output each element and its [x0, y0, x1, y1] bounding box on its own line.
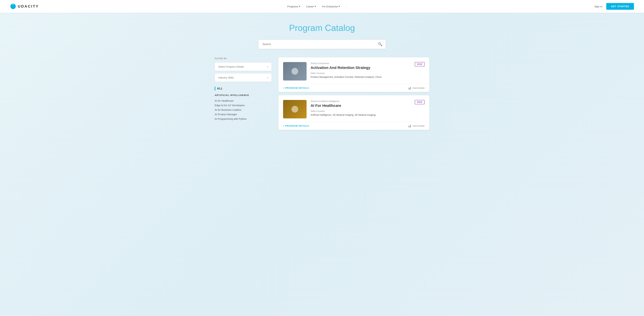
- program-card-ai-healthcare: School of Artificial Intelligence AI For…: [278, 95, 429, 130]
- level-indicator-activation: 📊 Intermediate: [408, 86, 425, 90]
- logo-text: UDACITY: [18, 4, 39, 8]
- nav-career-label: Career: [306, 5, 314, 8]
- bar-chart-icon-ai: 📊: [408, 124, 411, 128]
- card-skills-label-ai: Skills Covered: [310, 110, 411, 112]
- nav-career[interactable]: Career ▾: [306, 5, 316, 8]
- nav-enterprise[interactable]: For Enterprise ▾: [322, 5, 340, 8]
- sidebar: FILTER BY Select Program Details ▾ Indus…: [215, 57, 272, 124]
- card-top-ai: School of Artificial Intelligence AI For…: [278, 95, 429, 122]
- search-bar-wrapper: 🔍: [258, 40, 386, 49]
- level-indicator-ai: 📊 Intermediate: [408, 124, 425, 128]
- sidebar-all-item[interactable]: ALL: [215, 86, 272, 90]
- filter-by-label: FILTER BY: [215, 57, 272, 60]
- nav-links: Programs ▾ Career ▾ For Enterprise ▾: [287, 4, 346, 8]
- logo[interactable]: UDACITY: [10, 3, 39, 10]
- card-school-activation: School of Business: [310, 62, 411, 64]
- sign-in-link[interactable]: Sign In: [594, 5, 602, 8]
- card-badge-ai: NEW: [415, 100, 425, 104]
- card-top: School of Business Activation And Retent…: [278, 57, 429, 84]
- bar-chart-icon: 📊: [408, 86, 411, 90]
- chevron-down-icon: ▾: [267, 66, 268, 68]
- program-details-link-ai[interactable]: + PROGRAM DETAILS: [283, 124, 309, 127]
- card-skills-label-activation: Skills Covered: [310, 72, 411, 74]
- card-title-ai: AI For Healthcare: [310, 104, 411, 108]
- card-body-activation: School of Business Activation And Retent…: [310, 62, 411, 79]
- card-body-ai: School of Artificial Intelligence AI For…: [310, 100, 411, 117]
- chevron-down-icon: ▾: [314, 5, 316, 8]
- card-skills-activation: Product Management, Activation Funnels, …: [310, 75, 411, 79]
- udacity-thumb-icon-ai: [291, 105, 299, 113]
- card-school-ai: School of Artificial Intelligence: [310, 100, 411, 102]
- card-thumbnail-business: [283, 62, 306, 80]
- select-program-details-label: Select Program Details: [218, 65, 244, 68]
- chevron-down-icon: ▾: [267, 76, 268, 79]
- level-label-activation: Intermediate: [412, 87, 425, 89]
- card-thumbnail-ai: [283, 100, 306, 118]
- page-content: Program Catalog 🔍 FILTER BY Select Progr…: [204, 13, 440, 136]
- sidebar-item-ai-pm[interactable]: AI Product Manager: [215, 112, 272, 116]
- page-title: Program Catalog: [215, 23, 429, 33]
- program-details-link-activation[interactable]: + PROGRAM DETAILS: [283, 87, 309, 89]
- card-footer-ai: + PROGRAM DETAILS 📊 Intermediate: [278, 122, 429, 130]
- search-icon: 🔍: [378, 42, 382, 46]
- nav-programs-label: Programs: [287, 5, 298, 8]
- card-skills-ai: Artificial Intelligence, 2D Medical Imag…: [310, 113, 411, 117]
- industry-skills-label: Industry Skills: [218, 76, 234, 79]
- nav-enterprise-label: For Enterprise: [322, 5, 338, 8]
- sidebar-item-ai-business[interactable]: AI for Business Leaders: [215, 108, 272, 112]
- program-card-activation: School of Business Activation And Retent…: [278, 57, 429, 92]
- main-layout: FILTER BY Select Program Details ▾ Indus…: [215, 57, 429, 130]
- sidebar-all-label: ALL: [217, 87, 223, 90]
- navbar: UDACITY Programs ▾ Career ▾ For Enterpri…: [0, 0, 644, 13]
- level-label-ai: Intermediate: [412, 124, 425, 127]
- chevron-down-icon: ▾: [299, 5, 300, 8]
- udacity-logo-icon: [10, 3, 16, 10]
- card-title-activation: Activation And Retention Strategy: [310, 66, 411, 70]
- sidebar-item-ai-healthcare[interactable]: AI for Healthcare: [215, 98, 272, 103]
- sidebar-item-edge-ai[interactable]: Edge AI for IoT Developers: [215, 103, 272, 108]
- industry-skills-dropdown[interactable]: Industry Skills ▾: [215, 73, 272, 82]
- cards-area: School of Business Activation And Retent…: [278, 57, 429, 130]
- select-program-details-dropdown[interactable]: Select Program Details ▾: [215, 62, 272, 71]
- card-badge-activation: NEW: [415, 62, 425, 66]
- sidebar-nav: ALL ARTIFICIAL INTELLIGENCE AI for Healt…: [215, 86, 272, 121]
- card-footer-activation: + PROGRAM DETAILS 📊 Intermediate: [278, 84, 429, 92]
- nav-right: Sign In GET STARTED: [594, 3, 634, 10]
- get-started-button[interactable]: GET STARTED: [606, 3, 634, 10]
- udacity-thumb-icon: [291, 67, 299, 75]
- active-bar: [215, 86, 215, 90]
- search-button[interactable]: 🔍: [378, 42, 382, 46]
- sidebar-category-title: ARTIFICIAL INTELLIGENCE: [215, 94, 272, 96]
- sidebar-item-ai-python[interactable]: AI Programming with Python: [215, 116, 272, 121]
- chevron-down-icon: ▾: [338, 5, 340, 8]
- search-input[interactable]: [258, 40, 386, 49]
- nav-programs[interactable]: Programs ▾: [287, 5, 300, 8]
- nav-divider: [346, 4, 346, 8]
- sidebar-category-ai: ARTIFICIAL INTELLIGENCE AI for Healthcar…: [215, 94, 272, 121]
